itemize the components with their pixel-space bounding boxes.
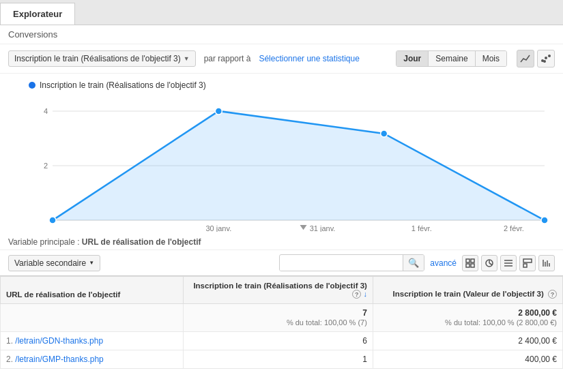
svg-rect-32 xyxy=(523,264,527,267)
table-row: 2. /letrain/GMP-thanks.php 1 400,00 € xyxy=(1,350,563,369)
chart-svg: 4 2 30 janv. 31 janv. 1 févr. 2 févr. 4 … xyxy=(29,95,548,232)
svg-point-10 xyxy=(49,217,56,224)
col3-help-icon[interactable]: ? xyxy=(548,290,557,299)
search-box: 🔍 xyxy=(279,254,424,271)
total-col2-value: 7 xyxy=(362,308,367,318)
svg-line-27 xyxy=(489,263,492,265)
dropdown-arrow-icon: ▼ xyxy=(184,55,190,62)
svg-point-13 xyxy=(541,217,548,224)
col-header-valeur: Inscription le train (Valeur de l'object… xyxy=(373,277,562,304)
time-btn-mois[interactable]: Mois xyxy=(476,51,506,66)
pivot-icon[interactable] xyxy=(519,255,536,271)
col-header-realisation: Inscription le train (Réalisations de l'… xyxy=(183,277,373,304)
svg-text:2 févr.: 2 févr. xyxy=(504,224,524,232)
chart-area: Inscription le train (Réalisations de l'… xyxy=(0,74,563,232)
row2-url-link[interactable]: /letrain/GMP-thanks.php xyxy=(15,355,103,364)
svg-text:31 janv.: 31 janv. xyxy=(310,224,336,232)
svg-text:1 févr.: 1 févr. xyxy=(412,224,432,232)
tab-bar: Explorateur xyxy=(0,0,563,25)
table-row: 1. /letrain/GDN-thanks.php 6 2 400,00 € xyxy=(1,332,563,350)
svg-text:2: 2 xyxy=(44,162,48,170)
legend-label: Inscription le train (Réalisations de l'… xyxy=(40,80,206,90)
scatter-chart-btn[interactable] xyxy=(537,50,555,67)
svg-rect-21 xyxy=(466,259,470,262)
svg-point-1 xyxy=(545,57,547,59)
pie-icon[interactable] xyxy=(481,255,497,271)
row1-url-link[interactable]: /letrain/GDN-thanks.php xyxy=(15,336,103,346)
svg-rect-31 xyxy=(523,259,532,262)
svg-point-11 xyxy=(215,108,222,115)
secondary-toolbar: Variable secondaire ▼ 🔍 avancé xyxy=(0,250,563,276)
search-input[interactable] xyxy=(280,256,403,271)
data-table: URL de réalisation de l'objectif Inscrip… xyxy=(0,276,563,369)
col-realisation-label: Inscription le train (Réalisations de l'… xyxy=(193,282,367,290)
time-btn-jour[interactable]: Jour xyxy=(396,51,429,66)
variable-label: URL de réalisation de l'objectif xyxy=(82,237,201,247)
row2-col3: 400,00 € xyxy=(373,350,562,369)
svg-rect-22 xyxy=(471,259,474,262)
secondary-dropdown-arrow-icon: ▼ xyxy=(89,260,94,266)
svg-point-12 xyxy=(381,130,388,137)
total-label xyxy=(1,304,184,332)
par-rapport-label: par rapport à xyxy=(204,54,251,63)
svg-rect-23 xyxy=(466,264,470,267)
sort-desc-icon[interactable]: ↓ xyxy=(363,290,367,298)
grid-icon[interactable] xyxy=(462,255,478,271)
line-chart-icon xyxy=(520,54,531,63)
total-col3: 2 800,00 € % du total: 100,00 % (2 800,0… xyxy=(373,304,562,332)
secondary-variable-dropdown[interactable]: Variable secondaire ▼ xyxy=(8,255,100,271)
table-total-row: 7 % du total: 100,00 % (7) 2 800,00 € % … xyxy=(1,304,563,332)
col-url-label: URL de réalisation de l'objectif xyxy=(6,290,120,299)
row1-url-cell: 1. /letrain/GDN-thanks.php xyxy=(1,332,184,350)
time-btn-semaine[interactable]: Semaine xyxy=(429,51,475,66)
tab-explorateur[interactable]: Explorateur xyxy=(0,3,75,25)
search-button[interactable]: 🔍 xyxy=(403,255,424,271)
line-chart-btn[interactable] xyxy=(517,50,534,67)
table-icon-group xyxy=(462,255,555,271)
metric-dropdown-label: Inscription le train (Réalisations de l'… xyxy=(14,54,181,63)
svg-text:30 janv.: 30 janv. xyxy=(206,224,232,232)
legend-dot xyxy=(29,82,35,89)
svg-rect-24 xyxy=(471,264,474,267)
row2-col2: 1 xyxy=(183,350,373,369)
metric-dropdown[interactable]: Inscription le train (Réalisations de l'… xyxy=(8,50,196,67)
total-col3-value: 2 800,00 € xyxy=(518,308,557,318)
variable-section: Variable principale : URL de réalisation… xyxy=(0,232,563,250)
row1-col2: 6 xyxy=(183,332,373,350)
chart-container: 4 2 30 janv. 31 janv. 1 févr. 2 févr. 4 … xyxy=(29,95,548,232)
breadcrumb: Conversions xyxy=(0,25,563,44)
main-toolbar: Inscription le train (Réalisations de l'… xyxy=(0,44,563,74)
variable-prefix: Variable principale : xyxy=(8,237,82,247)
custom-icon[interactable] xyxy=(538,255,555,271)
total-col2: 7 % du total: 100,00 % (7) xyxy=(183,304,373,332)
row2-url-cell: 2. /letrain/GMP-thanks.php xyxy=(1,350,184,369)
total-col3-sub: % du total: 100,00 % (2 800,00 €) xyxy=(445,318,557,327)
chart-type-buttons xyxy=(517,50,555,67)
list-icon[interactable] xyxy=(500,255,517,271)
row2-num: 2. xyxy=(6,355,13,364)
svg-point-3 xyxy=(543,60,546,63)
avance-link[interactable]: avancé xyxy=(430,258,457,268)
row1-col3: 2 400,00 € xyxy=(373,332,562,350)
total-col2-sub: % du total: 100,00 % (7) xyxy=(287,318,367,327)
row1-num: 1. xyxy=(6,336,13,346)
secondary-dropdown-label: Variable secondaire xyxy=(14,258,86,268)
time-button-group: Jour Semaine Mois xyxy=(396,50,507,67)
svg-text:4: 4 xyxy=(44,107,48,115)
svg-marker-20 xyxy=(300,225,307,230)
scatter-chart-icon xyxy=(540,54,551,63)
col-header-url: URL de réalisation de l'objectif xyxy=(1,277,184,304)
chart-legend: Inscription le train (Réalisations de l'… xyxy=(29,80,555,90)
select-stat-link[interactable]: Sélectionner une statistique xyxy=(259,54,359,63)
col2-help-icon[interactable]: ? xyxy=(352,290,361,299)
col-valeur-label: Inscription le train (Valeur de l'object… xyxy=(393,290,544,298)
svg-point-2 xyxy=(548,55,551,57)
